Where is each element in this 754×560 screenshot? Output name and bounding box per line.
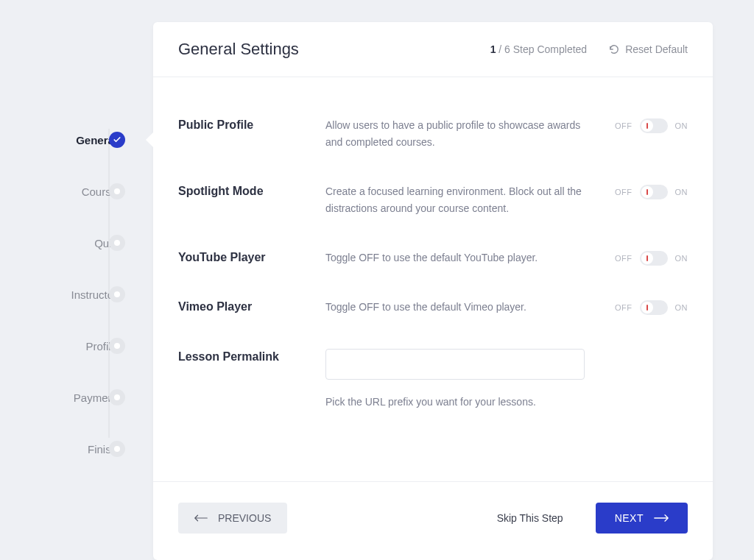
reset-label: Reset Default xyxy=(625,43,688,55)
toggle-off-label: OFF xyxy=(615,121,633,130)
setting-description: Allow users to have a public profile to … xyxy=(325,117,615,151)
lesson-permalink-input[interactable] xyxy=(325,349,585,380)
setting-description: Toggle OFF to use the default YouTube pl… xyxy=(325,249,615,266)
toggle-group: OFF ON xyxy=(615,183,688,199)
spotlight-toggle[interactable] xyxy=(640,185,668,199)
toggle-on-label: ON xyxy=(675,254,688,263)
step-payment[interactable]: Payment xyxy=(0,372,153,423)
arrow-right-icon xyxy=(654,514,669,522)
toggle-knob-icon xyxy=(641,120,653,132)
step-dot-icon xyxy=(109,286,125,302)
step-dot-icon xyxy=(109,389,125,405)
check-circle-icon xyxy=(109,132,125,148)
panel-header: General Settings 1 / 6 Step Completed Re… xyxy=(153,22,713,77)
step-dot-icon xyxy=(109,338,125,354)
step-dot-icon xyxy=(109,235,125,251)
toggle-on-label: ON xyxy=(675,121,688,130)
reset-default-button[interactable]: Reset Default xyxy=(609,43,688,55)
toggle-knob-icon xyxy=(641,186,653,198)
toggle-group: OFF ON xyxy=(615,249,688,266)
step-progress: 1 / 6 Step Completed xyxy=(490,43,588,55)
toggle-knob-icon xyxy=(641,252,653,264)
skip-label: Skip This Step xyxy=(497,512,563,524)
step-quiz[interactable]: Quiz xyxy=(0,217,153,269)
settings-panel: General Settings 1 / 6 Step Completed Re… xyxy=(153,22,713,560)
setting-description: Toggle OFF to use the default Vimeo play… xyxy=(325,299,615,316)
setting-description: Create a focused learning environment. B… xyxy=(325,183,615,217)
toggle-off-label: OFF xyxy=(615,254,633,263)
skip-step-button[interactable]: Skip This Step xyxy=(481,503,579,534)
previous-label: PREVIOUS xyxy=(218,512,271,524)
setting-label: Vimeo Player xyxy=(178,299,325,313)
step-course[interactable]: Course xyxy=(0,166,153,217)
previous-button[interactable]: PREVIOUS xyxy=(178,503,287,534)
panel-body: Public Profile Allow users to have a pub… xyxy=(153,77,713,467)
next-button[interactable]: NEXT xyxy=(596,503,688,534)
step-finish[interactable]: Finish xyxy=(0,423,153,475)
setting-help-text: Pick the URL prefix you want for your le… xyxy=(325,396,688,408)
next-label: NEXT xyxy=(615,512,644,524)
page-title: General Settings xyxy=(178,40,490,59)
setting-youtube-player: YouTube Player Toggle OFF to use the def… xyxy=(178,249,688,266)
toggle-group: OFF ON xyxy=(615,299,688,315)
step-general[interactable]: General xyxy=(0,114,153,166)
toggle-on-label: ON xyxy=(675,188,688,196)
setting-spotlight-mode: Spotlight Mode Create a focused learning… xyxy=(178,183,688,217)
setting-label: YouTube Player xyxy=(178,249,325,264)
step-profile[interactable]: Profile xyxy=(0,320,153,372)
setting-label: Lesson Permalink xyxy=(178,349,325,364)
setting-public-profile: Public Profile Allow users to have a pub… xyxy=(178,117,688,151)
toggle-group: OFF ON xyxy=(615,117,688,133)
progress-total: / 6 Step Completed xyxy=(498,43,587,55)
step-instructor[interactable]: Instructor xyxy=(0,269,153,320)
setting-lesson-permalink: Lesson Permalink Pick the URL prefix you… xyxy=(178,349,688,408)
toggle-off-label: OFF xyxy=(615,303,633,312)
toggle-knob-icon xyxy=(641,302,653,313)
wizard-stepper: General Course Quiz Instructor Profile P… xyxy=(0,0,153,560)
setting-label: Spotlight Mode xyxy=(178,183,325,198)
arrow-left-icon xyxy=(194,514,208,522)
youtube-toggle[interactable] xyxy=(640,251,668,266)
toggle-off-label: OFF xyxy=(615,188,633,196)
panel-footer: PREVIOUS Skip This Step NEXT xyxy=(153,481,713,560)
toggle-on-label: ON xyxy=(675,303,688,312)
setting-label: Public Profile xyxy=(178,117,325,132)
public-profile-toggle[interactable] xyxy=(640,118,668,133)
step-dot-icon xyxy=(109,183,125,199)
setting-vimeo-player: Vimeo Player Toggle OFF to use the defau… xyxy=(178,299,688,316)
refresh-icon xyxy=(609,44,619,54)
step-dot-icon xyxy=(109,441,125,457)
vimeo-toggle[interactable] xyxy=(640,300,668,315)
progress-current: 1 xyxy=(490,43,496,55)
